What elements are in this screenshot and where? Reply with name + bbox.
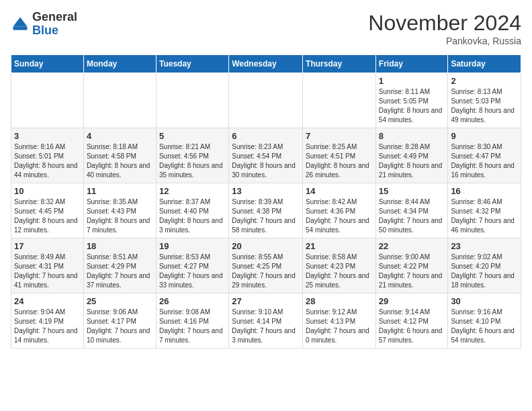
calendar-table: SundayMondayTuesdayWednesdayThursdayFrid… <box>11 54 521 349</box>
day-detail: Sunrise: 8:58 AM Sunset: 4:23 PM Dayligh… <box>306 253 373 290</box>
calendar-cell: 15Sunrise: 8:44 AM Sunset: 4:34 PM Dayli… <box>375 183 448 238</box>
day-detail: Sunrise: 8:25 AM Sunset: 4:51 PM Dayligh… <box>306 142 373 180</box>
day-number: 2 <box>451 76 518 86</box>
calendar-cell: 30Sunrise: 9:16 AM Sunset: 4:10 PM Dayli… <box>448 293 521 349</box>
day-detail: Sunrise: 9:04 AM Sunset: 4:19 PM Dayligh… <box>14 308 81 345</box>
calendar-cell: 20Sunrise: 8:55 AM Sunset: 4:25 PM Dayli… <box>229 238 303 293</box>
day-number: 24 <box>14 296 81 306</box>
calendar-cell: 10Sunrise: 8:32 AM Sunset: 4:45 PM Dayli… <box>11 183 84 238</box>
day-detail: Sunrise: 9:16 AM Sunset: 4:10 PM Dayligh… <box>451 308 518 345</box>
calendar-cell: 29Sunrise: 9:14 AM Sunset: 4:12 PM Dayli… <box>375 293 448 349</box>
calendar-cell: 7Sunrise: 8:25 AM Sunset: 4:51 PM Daylig… <box>303 128 376 183</box>
calendar-cell: 17Sunrise: 8:49 AM Sunset: 4:31 PM Dayli… <box>11 238 84 293</box>
day-detail: Sunrise: 9:10 AM Sunset: 4:14 PM Dayligh… <box>232 308 300 345</box>
calendar-cell: 22Sunrise: 9:00 AM Sunset: 4:22 PM Dayli… <box>375 238 448 293</box>
day-number: 15 <box>379 186 445 196</box>
day-detail: Sunrise: 8:42 AM Sunset: 4:36 PM Dayligh… <box>306 197 373 235</box>
day-number: 13 <box>232 186 300 196</box>
weekday-header: Sunday <box>11 55 84 73</box>
calendar-cell: 28Sunrise: 9:12 AM Sunset: 4:13 PM Dayli… <box>303 293 376 349</box>
calendar-cell: 5Sunrise: 8:21 AM Sunset: 4:56 PM Daylig… <box>156 128 228 183</box>
day-detail: Sunrise: 8:18 AM Sunset: 4:58 PM Dayligh… <box>87 142 153 180</box>
day-number: 12 <box>159 186 226 196</box>
logo: General Blue <box>11 11 77 38</box>
day-number: 23 <box>451 241 518 251</box>
day-detail: Sunrise: 8:44 AM Sunset: 4:34 PM Dayligh… <box>379 197 445 235</box>
day-detail: Sunrise: 8:49 AM Sunset: 4:31 PM Dayligh… <box>14 253 81 290</box>
day-number: 8 <box>379 131 445 141</box>
day-detail: Sunrise: 8:11 AM Sunset: 5:05 PM Dayligh… <box>379 87 445 125</box>
day-detail: Sunrise: 9:02 AM Sunset: 4:20 PM Dayligh… <box>451 253 518 290</box>
day-number: 1 <box>379 76 445 86</box>
calendar-cell <box>83 73 156 128</box>
calendar-cell: 19Sunrise: 8:53 AM Sunset: 4:27 PM Dayli… <box>156 238 228 293</box>
calendar-cell: 9Sunrise: 8:30 AM Sunset: 4:47 PM Daylig… <box>448 128 521 183</box>
logo-general-text: General <box>32 11 77 24</box>
day-detail: Sunrise: 8:37 AM Sunset: 4:40 PM Dayligh… <box>159 197 226 235</box>
calendar-cell: 16Sunrise: 8:46 AM Sunset: 4:32 PM Dayli… <box>448 183 521 238</box>
calendar-cell <box>11 73 84 128</box>
day-number: 17 <box>14 241 81 251</box>
calendar-cell: 2Sunrise: 8:13 AM Sunset: 5:03 PM Daylig… <box>448 73 521 128</box>
calendar-cell: 4Sunrise: 8:18 AM Sunset: 4:58 PM Daylig… <box>83 128 156 183</box>
day-detail: Sunrise: 9:08 AM Sunset: 4:16 PM Dayligh… <box>159 308 226 345</box>
day-detail: Sunrise: 8:53 AM Sunset: 4:27 PM Dayligh… <box>159 253 226 290</box>
day-number: 11 <box>87 186 153 196</box>
day-detail: Sunrise: 8:46 AM Sunset: 4:32 PM Dayligh… <box>451 197 518 235</box>
page-header: General Blue November 2024 Pankovka, Rus… <box>11 11 521 46</box>
day-detail: Sunrise: 8:51 AM Sunset: 4:29 PM Dayligh… <box>87 253 153 290</box>
day-number: 16 <box>451 186 518 196</box>
day-number: 21 <box>306 241 373 251</box>
day-detail: Sunrise: 8:13 AM Sunset: 5:03 PM Dayligh… <box>451 87 518 125</box>
weekday-header: Monday <box>83 55 156 73</box>
day-detail: Sunrise: 8:35 AM Sunset: 4:43 PM Dayligh… <box>87 197 153 235</box>
weekday-header: Wednesday <box>229 55 303 73</box>
logo-blue-text: Blue <box>32 24 77 38</box>
day-detail: Sunrise: 8:30 AM Sunset: 4:47 PM Dayligh… <box>451 142 518 180</box>
day-number: 14 <box>306 186 373 196</box>
calendar-week-row: 3Sunrise: 8:16 AM Sunset: 5:01 PM Daylig… <box>11 128 521 183</box>
calendar-cell: 24Sunrise: 9:04 AM Sunset: 4:19 PM Dayli… <box>11 293 84 349</box>
day-number: 6 <box>232 131 300 141</box>
day-number: 29 <box>379 296 445 306</box>
day-number: 4 <box>87 131 153 141</box>
calendar-cell: 12Sunrise: 8:37 AM Sunset: 4:40 PM Dayli… <box>156 183 228 238</box>
logo-icon <box>11 15 30 34</box>
calendar-week-row: 10Sunrise: 8:32 AM Sunset: 4:45 PM Dayli… <box>11 183 521 238</box>
calendar-cell: 14Sunrise: 8:42 AM Sunset: 4:36 PM Dayli… <box>303 183 376 238</box>
day-detail: Sunrise: 8:21 AM Sunset: 4:56 PM Dayligh… <box>159 142 226 180</box>
day-number: 10 <box>14 186 81 196</box>
day-number: 25 <box>87 296 153 306</box>
day-detail: Sunrise: 8:32 AM Sunset: 4:45 PM Dayligh… <box>14 197 81 235</box>
day-detail: Sunrise: 8:39 AM Sunset: 4:38 PM Dayligh… <box>232 197 300 235</box>
day-number: 22 <box>379 241 445 251</box>
day-detail: Sunrise: 8:16 AM Sunset: 5:01 PM Dayligh… <box>14 142 81 180</box>
calendar-week-row: 1Sunrise: 8:11 AM Sunset: 5:05 PM Daylig… <box>11 73 521 128</box>
day-number: 18 <box>87 241 153 251</box>
weekday-header: Friday <box>375 55 448 73</box>
calendar-cell: 6Sunrise: 8:23 AM Sunset: 4:54 PM Daylig… <box>229 128 303 183</box>
calendar-cell <box>229 73 303 128</box>
calendar-cell: 1Sunrise: 8:11 AM Sunset: 5:05 PM Daylig… <box>375 73 448 128</box>
calendar-cell: 26Sunrise: 9:08 AM Sunset: 4:16 PM Dayli… <box>156 293 228 349</box>
calendar-cell: 21Sunrise: 8:58 AM Sunset: 4:23 PM Dayli… <box>303 238 376 293</box>
location: Pankovka, Russia <box>368 36 521 46</box>
calendar-cell: 23Sunrise: 9:02 AM Sunset: 4:20 PM Dayli… <box>448 238 521 293</box>
calendar-cell <box>156 73 228 128</box>
day-detail: Sunrise: 9:14 AM Sunset: 4:12 PM Dayligh… <box>379 308 445 345</box>
calendar-week-row: 24Sunrise: 9:04 AM Sunset: 4:19 PM Dayli… <box>11 293 521 349</box>
month-title: November 2024 <box>368 11 521 36</box>
day-number: 5 <box>159 131 226 141</box>
svg-marker-0 <box>13 17 28 26</box>
day-detail: Sunrise: 8:55 AM Sunset: 4:25 PM Dayligh… <box>232 253 300 290</box>
day-detail: Sunrise: 8:28 AM Sunset: 4:49 PM Dayligh… <box>379 142 445 180</box>
calendar-cell: 13Sunrise: 8:39 AM Sunset: 4:38 PM Dayli… <box>229 183 303 238</box>
day-number: 7 <box>306 131 373 141</box>
day-detail: Sunrise: 9:00 AM Sunset: 4:22 PM Dayligh… <box>379 253 445 290</box>
calendar-cell: 3Sunrise: 8:16 AM Sunset: 5:01 PM Daylig… <box>11 128 84 183</box>
day-detail: Sunrise: 8:23 AM Sunset: 4:54 PM Dayligh… <box>232 142 300 180</box>
calendar-cell <box>303 73 376 128</box>
day-number: 9 <box>451 131 518 141</box>
weekday-header: Saturday <box>448 55 521 73</box>
day-detail: Sunrise: 9:06 AM Sunset: 4:17 PM Dayligh… <box>87 308 153 345</box>
